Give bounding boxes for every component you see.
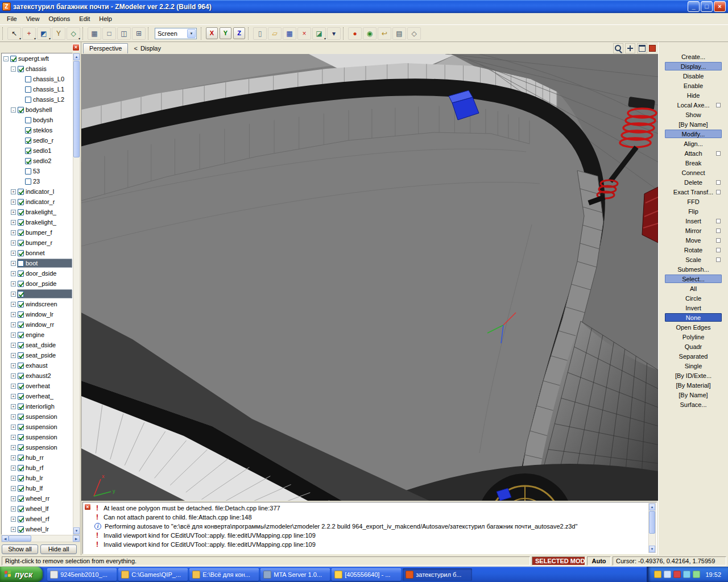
zoom-icon[interactable]	[613, 43, 623, 53]
tree-item-checkbox[interactable]	[18, 281, 24, 287]
scroll-up-icon[interactable]: ▲	[649, 504, 655, 510]
tree-item-brakelight[interactable]: +brakelight_	[2, 207, 72, 217]
tree-item-checkbox[interactable]	[18, 373, 24, 379]
tree-item-chassis[interactable]: -chassis	[2, 64, 72, 74]
tree-expand-toggle[interactable]: +	[11, 404, 16, 409]
tree-item-indicator-r[interactable]: +indicator_r	[2, 197, 72, 207]
tree-item-suspension[interactable]: +suspension	[2, 442, 72, 452]
tree-expand-toggle[interactable]: +	[11, 210, 16, 215]
panel-button-hide[interactable]: Hide	[665, 91, 722, 99]
material-editor-button[interactable]: ●	[348, 27, 362, 40]
tree-item-wheel-rr[interactable]: +wheel_rr	[2, 493, 72, 504]
close-button[interactable]: ×	[714, 1, 726, 12]
tree-item-checkbox[interactable]	[18, 434, 24, 440]
panel-button-scale[interactable]: Scale	[665, 255, 722, 264]
panel-button-circle[interactable]: Circle	[665, 294, 722, 302]
tree-item-checkbox[interactable]	[25, 178, 31, 185]
tree-item-overheat[interactable]: +overheat	[2, 381, 72, 391]
tree-item-checkbox[interactable]	[18, 516, 24, 522]
tree-item-wheel-lr[interactable]: +wheel_lr	[2, 524, 72, 534]
panel-button-by-name[interactable]: [By Name]	[665, 390, 722, 399]
tree-expand-toggle[interactable]: +	[11, 302, 16, 307]
tree-expand-toggle[interactable]: -	[3, 56, 9, 61]
axis-z-toggle[interactable]: Z	[233, 27, 245, 39]
taskbar-item-e[interactable]: E:\Всё для кон...	[189, 568, 259, 581]
tree-item-seat-dside[interactable]: +seat_dside	[2, 340, 72, 350]
option-checkbox[interactable]	[716, 228, 721, 233]
tree-horizontal-scrollbar[interactable]: ◀ ▶	[1, 535, 80, 542]
menu-view[interactable]: View	[22, 14, 44, 24]
tree-item-wheel-rf[interactable]: +wheel_rf	[2, 514, 72, 524]
tree-item-bodyshell[interactable]: -bodyshell	[2, 105, 72, 115]
qip-tray-icon[interactable]	[654, 571, 661, 578]
tree-item-item[interactable]: +	[2, 289, 72, 299]
panel-button-submesh[interactable]: Submesh...	[665, 265, 722, 273]
tree-item-indicator-l[interactable]: +indicator_l	[2, 186, 72, 197]
tree-item-checkbox[interactable]	[18, 363, 24, 369]
tree-expand-toggle[interactable]: +	[11, 435, 16, 440]
axis-x-toggle[interactable]: X	[206, 27, 218, 39]
tree-item-checkbox[interactable]	[18, 219, 24, 226]
viewport-mode-label[interactable]: Display	[140, 45, 161, 52]
tree-item-checkbox[interactable]	[18, 475, 24, 481]
export-button[interactable]: ◪▾	[312, 27, 326, 40]
tree-vertical-scrollbar[interactable]: ▲ ▼	[73, 53, 80, 535]
option-checkbox[interactable]	[716, 257, 721, 262]
tree-item-checkbox[interactable]	[18, 209, 24, 215]
tree-item-bumper-f[interactable]: +bumper_f	[2, 227, 72, 238]
new-file-button[interactable]: ▯	[253, 27, 267, 40]
option-checkbox[interactable]	[716, 103, 721, 107]
scroll-left-icon[interactable]: ◀	[2, 535, 9, 542]
tree-item-brakelight[interactable]: +brakelight_	[2, 217, 72, 227]
panel-button-polyline[interactable]: Polyline	[665, 332, 722, 341]
tree-item-53[interactable]: 53	[2, 166, 72, 176]
panel-button-separated[interactable]: Separated	[665, 352, 722, 360]
tree-item-window-lr[interactable]: +window_lr	[2, 309, 72, 319]
panel-button-insert[interactable]: Insert	[665, 217, 722, 225]
tree-item-checkbox[interactable]	[25, 158, 31, 164]
active-view-indicator-icon[interactable]	[649, 45, 656, 52]
tree-item-checkbox[interactable]	[18, 383, 24, 389]
tree-item-suspension[interactable]: +suspension	[2, 422, 72, 432]
panel-button-local-axe[interactable]: Local Axe...	[665, 101, 722, 109]
tree-item-checkbox[interactable]	[18, 342, 24, 348]
panel-button-surface[interactable]: Surface...	[665, 400, 722, 409]
taskbar-item-mta-server-1-0[interactable]: MTA Server 1.0...	[260, 568, 330, 581]
maximize-button[interactable]: □	[701, 1, 713, 12]
tree-item-checkbox[interactable]	[18, 189, 24, 195]
taskbar-item-c-games-qip[interactable]: C:\Games\QIP_...	[118, 568, 188, 581]
tree-item-checkbox[interactable]	[18, 506, 24, 512]
panel-button-modify[interactable]: Modify...	[665, 130, 722, 138]
tree-item-door-dside[interactable]: +door_dside	[2, 268, 72, 278]
option-checkbox[interactable]	[716, 219, 721, 223]
option-checkbox[interactable]	[716, 238, 721, 243]
tree-item-suspension[interactable]: +suspension	[2, 411, 72, 422]
tree-expand-toggle[interactable]: +	[11, 517, 16, 522]
tree-item-hub-lf[interactable]: +hub_lf	[2, 483, 72, 493]
tree-item-hub-lr[interactable]: +hub_lr	[2, 473, 72, 483]
scroll-down-icon[interactable]: ▼	[73, 527, 80, 534]
panel-button-connect[interactable]: Connect	[665, 168, 722, 177]
tree-expand-toggle[interactable]: +	[11, 332, 16, 338]
tree-item-checkbox[interactable]	[18, 271, 24, 277]
option-checkbox[interactable]	[716, 180, 721, 185]
tree-item-sedlo1[interactable]: sedlo1	[2, 146, 72, 156]
tab-perspective[interactable]: Perspective	[83, 43, 128, 53]
tree-expand-toggle[interactable]: +	[11, 394, 16, 399]
show-all-button[interactable]: Show all	[2, 544, 38, 554]
tree-item-hub-rf[interactable]: +hub_rf	[2, 463, 72, 473]
tree-expand-toggle[interactable]: +	[11, 189, 16, 194]
viewport-quad-button[interactable]: ⊞	[132, 27, 146, 40]
tree-item-chassis-l1[interactable]: chassis_L1	[2, 84, 72, 94]
panel-button-open-edges[interactable]: Open Edges	[665, 323, 722, 331]
tree-expand-toggle[interactable]: +	[11, 384, 16, 389]
tree-item-checkbox[interactable]	[18, 496, 24, 502]
panel-button-show[interactable]: Show	[665, 110, 722, 119]
tree-item-wheel-lf[interactable]: +wheel_lf	[2, 504, 72, 514]
tree-close-icon[interactable]: ×	[72, 44, 80, 51]
tree-item-chassis-l2[interactable]: chassis_L2	[2, 94, 72, 105]
tree-expand-toggle[interactable]: +	[11, 343, 16, 348]
menu-edit[interactable]: Edit	[75, 14, 94, 24]
panel-button-mirror[interactable]: Mirror	[665, 226, 722, 235]
tree-expand-toggle[interactable]: +	[11, 312, 16, 317]
